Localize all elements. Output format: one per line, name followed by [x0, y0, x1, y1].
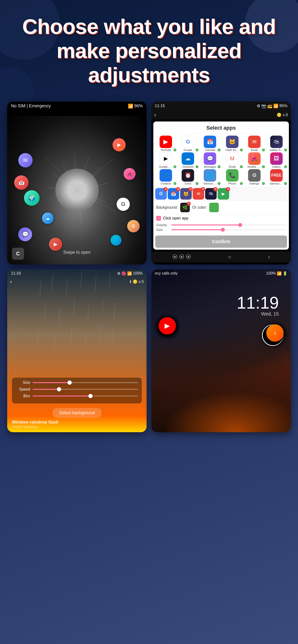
- dialog-title: Select apps: [153, 122, 289, 134]
- status-bar-3: 11:19 ⚙🌺 📶 100%: [7, 269, 146, 278]
- back-icon-3[interactable]: ‹: [10, 279, 12, 285]
- battery-3: 100%: [133, 271, 143, 276]
- check-youtube: ✓: [173, 148, 177, 152]
- app-item-google[interactable]: G ✓ Google: [177, 136, 198, 152]
- svg-line-32: [112, 329, 113, 346]
- svg-line-26: [114, 303, 115, 320]
- app-item-playstore[interactable]: ▶ ✓ Google Play...: [155, 152, 176, 168]
- remove-background[interactable]: ✕: [187, 202, 191, 206]
- wallpaper-title: Window raindrop flash: [12, 420, 59, 425]
- page-title: Choose what you like and make personaliz…: [19, 14, 279, 87]
- status-bar-1: No SIM | Emergency 📶 96%: [7, 102, 146, 111]
- size-label: Size: [156, 228, 169, 232]
- corner-button[interactable]: C: [12, 248, 24, 260]
- app-item-real4d[interactable]: 🌺 ✓ Real4d Wall...: [244, 152, 265, 168]
- svg-line-14: [77, 190, 115, 212]
- navigation-bar: ⦿ ⦿ ⦿ ○ ‹: [152, 252, 291, 262]
- svg-line-12: [46, 157, 77, 190]
- svg-line-29: [71, 327, 72, 344]
- apps-grid[interactable]: ▶ ✓ YouTube G ✓ Google 📅 ✓ Calendar: [153, 134, 289, 187]
- svg-line-10: [77, 157, 89, 190]
- svg-line-13: [77, 159, 113, 190]
- wallpaper-subtitle: Real4d Wallpaper: [12, 425, 59, 428]
- svg-line-23: [73, 300, 75, 317]
- svg-line-21: [45, 303, 46, 320]
- check-google: ✓: [195, 148, 199, 152]
- click-open-checkbox[interactable]: ✓: [156, 216, 161, 221]
- app-item-calendar[interactable]: 📅 ✓ Calendar: [199, 136, 221, 152]
- svg-line-22: [59, 308, 60, 324]
- svg-line-5: [77, 190, 82, 224]
- gravity-slider[interactable]: [171, 224, 286, 226]
- status-calls: ncy calls only: [155, 271, 178, 276]
- app-item-email[interactable]: ✉ ✓ Email: [244, 136, 265, 152]
- color-picker[interactable]: [209, 203, 219, 212]
- svg-line-27: [37, 329, 39, 346]
- click-open-row[interactable]: ✓ Click open app: [153, 214, 289, 222]
- date-4: Wed, 15: [261, 311, 279, 317]
- svg-line-8: [77, 183, 108, 190]
- screenshot-cityscape: ncy calls only 100% 📶 🔋 11:19 Wed, 15 ⊙ …: [152, 269, 291, 432]
- svg-line-11: [75, 154, 77, 190]
- nav-back-icon[interactable]: ‹: [268, 254, 270, 260]
- svg-line-30: [85, 332, 87, 348]
- status-time-2: 11:15: [155, 104, 165, 108]
- app-item-gmail[interactable]: M ✓ Gmail: [221, 152, 243, 168]
- fire-glow: [152, 384, 291, 432]
- sliders-panel-3: Size Speed Blur: [12, 378, 142, 404]
- app-item-phone[interactable]: 📞 ✓ Phone: [221, 169, 243, 185]
- topbar-3: ‹ ℹ 🪙 x 0: [7, 278, 146, 286]
- app-item-galaxy[interactable]: 🛍 ✓ Galaxy Store: [266, 136, 287, 152]
- app-item-clash[interactable]: 🐱 ✓ Clash for An...: [221, 136, 243, 152]
- svg-line-3: [55, 190, 77, 202]
- or-color-label: Or color:: [192, 205, 207, 210]
- svg-line-9: [77, 166, 101, 190]
- svg-line-4: [65, 190, 77, 219]
- app-item-messages[interactable]: 💬 ✓ Messages: [199, 152, 221, 168]
- app-item-settings[interactable]: ⚙ ✓ Settings: [244, 169, 265, 185]
- status-carrier: No SIM | Emergency: [11, 104, 51, 108]
- status-time-3: 11:19: [11, 271, 21, 276]
- dandelion-wallpaper: ▶ ✉ 🌺 🌍 G ☁ 📅 ⚙ 💬 🌐 ▶: [7, 116, 146, 264]
- size-slider-3[interactable]: [33, 382, 138, 383]
- blur-slider-3[interactable]: [33, 396, 138, 396]
- speed-slider-3[interactable]: [33, 389, 138, 390]
- nav-home-icon[interactable]: ○: [228, 254, 231, 260]
- swipe-hint: Swipe to open: [63, 250, 90, 255]
- background-section: Background: 🌿 ✕ Or color:: [153, 200, 289, 214]
- screenshot-select-apps: 11:15 ⚙📷📻 📶 95% ‹ 🪙 x 0 Select apps: [152, 102, 291, 264]
- sliders-section: Gravity Size: [153, 222, 289, 234]
- size-slider[interactable]: [171, 229, 286, 230]
- status-bar-2: 11:15 ⚙📷📻 📶 95%: [152, 102, 291, 110]
- app-item-onedrive[interactable]: ☁ ✓ OneDrive: [177, 152, 198, 168]
- svg-line-28: [54, 334, 55, 351]
- confirm-button[interactable]: Confirm: [155, 236, 287, 248]
- screenshot-lock-screen: No SIM | Emergency 📶 96% 11:19 Thu, June…: [7, 102, 146, 264]
- speed-label-3: Speed: [16, 387, 30, 392]
- app-item-samsungint[interactable]: 🌐 ✓ Samsung Int...: [199, 169, 221, 185]
- clock-4: 11:19: [237, 293, 279, 312]
- select-background-button[interactable]: Select background: [52, 408, 101, 418]
- nav-menu-icon[interactable]: ⦿ ⦿ ⦿: [172, 254, 191, 260]
- app-item-youtube[interactable]: ▶ ✓ YouTube: [155, 136, 176, 152]
- size-label-3: Size: [16, 380, 30, 385]
- app-item-gallery[interactable]: 🖼 ✓ Gallery: [266, 152, 287, 168]
- svg-line-24: [88, 305, 89, 322]
- app-item-clock[interactable]: ⏰ ✓ Clock: [177, 169, 198, 185]
- back-icon[interactable]: ‹: [154, 112, 156, 118]
- topbar-2: ‹ 🪙 x 0: [152, 110, 291, 120]
- app-youtube[interactable]: ▶: [159, 317, 176, 334]
- no-sim: 100%: [266, 271, 276, 276]
- app-item-samsungfr[interactable]: FREE ✓ Samsung Fr...: [266, 169, 287, 185]
- click-open-label: Click open app: [163, 216, 188, 220]
- svg-line-25: [102, 298, 103, 315]
- select-apps-dialog: Select apps ▶ ✓ YouTube G ✓ Google: [153, 122, 289, 250]
- status-bar-4: ncy calls only 100% 📶 🔋: [152, 269, 291, 278]
- watermark: Window raindrop flash Real4d Wallpaper: [12, 420, 59, 428]
- app-item-contacts[interactable]: 👤 ✓ Contacts: [155, 169, 176, 185]
- app-arrow[interactable]: ›: [266, 324, 284, 342]
- page-header: Choose what you like and make personaliz…: [0, 0, 298, 97]
- svg-line-2: [48, 188, 77, 190]
- svg-line-1: [53, 174, 77, 190]
- coin-count: x 0: [283, 113, 288, 117]
